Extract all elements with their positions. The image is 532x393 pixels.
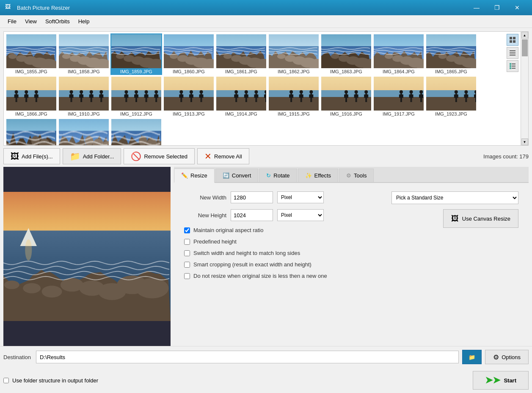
height-input[interactable] bbox=[231, 209, 273, 221]
tab-rotate[interactable]: ↻ Rotate bbox=[259, 169, 297, 182]
thumb-label: IMG_1855.JPG bbox=[15, 69, 47, 74]
remove-selected-button[interactable]: 🚫 Remove Selected bbox=[124, 148, 195, 164]
thumb-canvas-1863 bbox=[321, 34, 371, 68]
scroll-up-button[interactable]: ▲ bbox=[521, 32, 528, 39]
options-button[interactable]: ⚙ Options bbox=[485, 350, 529, 364]
width-input[interactable] bbox=[231, 191, 273, 203]
remove-selected-label: Remove Selected bbox=[144, 153, 187, 160]
close-button[interactable]: ✕ bbox=[507, 0, 527, 15]
folder-structure-checkbox[interactable] bbox=[3, 378, 9, 383]
canvas-resize-button[interactable]: 🖼 Use Canvas Resize bbox=[443, 209, 518, 228]
browse-destination-button[interactable]: 📁 bbox=[462, 350, 482, 364]
destination-label: Destination bbox=[3, 354, 31, 360]
width-unit-select[interactable]: Pixel Percent Inch cm bbox=[277, 191, 324, 203]
thumb-IMG_1860[interactable]: IMG_1860.JPG bbox=[163, 33, 215, 75]
thumb-row3-3[interactable] bbox=[110, 118, 162, 146]
thumb-IMG_1913[interactable]: IMG_1913.JPG bbox=[163, 76, 215, 117]
scroll-down-button[interactable]: ▼ bbox=[521, 138, 528, 145]
thumb-IMG_1858[interactable]: IMG_1858.JPG bbox=[58, 33, 110, 75]
thumb-IMG_1916[interactable]: IMG_1916.JPG bbox=[320, 76, 372, 117]
add-folder-label: Add Folder... bbox=[83, 153, 114, 160]
app-title: Batch Picture Resizer bbox=[17, 5, 467, 11]
thumb-IMG_1855[interactable]: IMG_1855.JPG bbox=[6, 33, 57, 75]
tab-convert[interactable]: 🔄 Convert bbox=[215, 169, 259, 182]
svg-rect-2 bbox=[510, 40, 512, 43]
thumb-canvas-1923 bbox=[426, 77, 476, 111]
minimize-button[interactable]: — bbox=[467, 0, 486, 15]
thumb-canvas-r3-1 bbox=[6, 119, 56, 146]
browse-icon: 📁 bbox=[469, 354, 475, 360]
thumb-canvas-1858 bbox=[59, 34, 109, 68]
add-files-icon: 🖼 bbox=[11, 152, 19, 161]
svg-rect-5 bbox=[510, 53, 515, 53]
thumb-IMG_1923[interactable]: IMG_1923.JPG bbox=[425, 76, 477, 117]
app-icon: 🖼 bbox=[5, 3, 14, 12]
tab-effects[interactable]: ✨ Effects bbox=[298, 169, 339, 182]
thumb-IMG_1915[interactable]: IMG_1915.JPG bbox=[268, 76, 320, 117]
thumb-IMG_1863[interactable]: IMG_1863.JPG bbox=[320, 33, 372, 75]
thumb-IMG_1864[interactable]: IMG_1864.JPG bbox=[373, 33, 424, 75]
maximize-button[interactable]: ❐ bbox=[487, 0, 507, 15]
menu-softorbits[interactable]: SoftOrbits bbox=[41, 17, 74, 26]
convert-tab-label: Convert bbox=[232, 172, 251, 179]
thumb-label: IMG_1863.JPG bbox=[330, 69, 362, 74]
predefined-height-row: Predefined height bbox=[184, 238, 383, 245]
svg-rect-3 bbox=[513, 40, 515, 43]
no-resize-row: Do not resize when original size is less… bbox=[184, 273, 383, 279]
thumb-IMG_1866[interactable]: IMG_1866.JPG bbox=[6, 76, 57, 117]
convert-tab-icon: 🔄 bbox=[223, 172, 229, 179]
thumb-label: IMG_1860.JPG bbox=[173, 69, 205, 74]
thumb-label: IMG_1916.JPG bbox=[330, 111, 362, 116]
tab-resize[interactable]: ✏️ Resize bbox=[174, 169, 215, 183]
thumb-IMG_1859[interactable]: IMG_1859.JPG bbox=[110, 33, 162, 75]
thumb-IMG_1917[interactable]: IMG_1917.JPG bbox=[373, 76, 424, 117]
thumb-canvas-1864 bbox=[374, 34, 424, 68]
thumb-canvas-1916 bbox=[321, 77, 371, 111]
detail-view-button[interactable] bbox=[507, 60, 518, 72]
destination-path-input[interactable] bbox=[36, 351, 459, 363]
no-resize-checkbox[interactable] bbox=[184, 273, 190, 279]
maintain-aspect-checkbox[interactable] bbox=[184, 227, 190, 233]
folder-structure-label: Use folder structure in output folder bbox=[12, 377, 98, 384]
svg-rect-6 bbox=[510, 55, 515, 55]
thumb-label: IMG_1914.JPG bbox=[225, 111, 257, 116]
predefined-height-checkbox[interactable] bbox=[184, 239, 190, 245]
thumb-IMG_1910[interactable]: IMG_1910.JPG bbox=[58, 76, 110, 117]
remove-all-icon: ✕ bbox=[204, 151, 212, 161]
height-unit-select[interactable]: Pixel Percent Inch cm bbox=[277, 209, 324, 221]
svg-rect-9 bbox=[510, 67, 511, 69]
start-button[interactable]: ➤➤ Start bbox=[473, 371, 529, 390]
options-gear-icon: ⚙ bbox=[493, 353, 499, 361]
resize-tab-label: Resize bbox=[190, 172, 207, 179]
thumb-IMG_1862[interactable]: IMG_1862.JPG bbox=[268, 33, 320, 75]
thumb-IMG_1865[interactable]: IMG_1865.JPG bbox=[425, 33, 477, 75]
thumb-IMG_1914[interactable]: IMG_1914.JPG bbox=[215, 76, 267, 117]
add-files-button[interactable]: 🖼 Add File(s)... bbox=[3, 148, 60, 164]
svg-rect-11 bbox=[512, 66, 515, 66]
tab-tools[interactable]: ⚙ Tools bbox=[339, 169, 374, 182]
thumb-row3-2[interactable] bbox=[58, 118, 110, 146]
thumb-row3-1[interactable] bbox=[6, 118, 57, 146]
smart-crop-label: Smart cropping (result in exact width an… bbox=[193, 261, 311, 268]
thumb-IMG_1861[interactable]: IMG_1861.JPG bbox=[215, 33, 267, 75]
smart-crop-checkbox[interactable] bbox=[184, 262, 190, 268]
scroll-thumb[interactable] bbox=[522, 39, 528, 56]
switch-wh-checkbox[interactable] bbox=[184, 250, 190, 256]
destination-bar: Destination 📁 ⚙ Options bbox=[0, 346, 532, 368]
remove-selected-icon: 🚫 bbox=[131, 151, 141, 161]
svg-rect-10 bbox=[512, 64, 515, 64]
start-arrow-icon: ➤➤ bbox=[485, 375, 500, 386]
thumb-IMG_1912[interactable]: IMG_1912.JPG bbox=[110, 76, 162, 117]
thumb-canvas-1913 bbox=[164, 77, 214, 111]
remove-all-button[interactable]: ✕ Remove All bbox=[197, 148, 249, 164]
standard-size-select[interactable]: Pick a Standard Size bbox=[391, 191, 518, 204]
large-icon-view-button[interactable] bbox=[507, 34, 518, 46]
menu-help[interactable]: Help bbox=[74, 17, 94, 26]
menu-file[interactable]: File bbox=[3, 17, 21, 26]
add-folder-button[interactable]: 📁 Add Folder... bbox=[63, 148, 121, 164]
list-view-button[interactable] bbox=[507, 47, 518, 59]
canvas-resize-icon: 🖼 bbox=[451, 214, 459, 223]
svg-rect-4 bbox=[510, 50, 515, 51]
width-label: New Width bbox=[184, 194, 226, 201]
menu-view[interactable]: View bbox=[21, 17, 41, 26]
